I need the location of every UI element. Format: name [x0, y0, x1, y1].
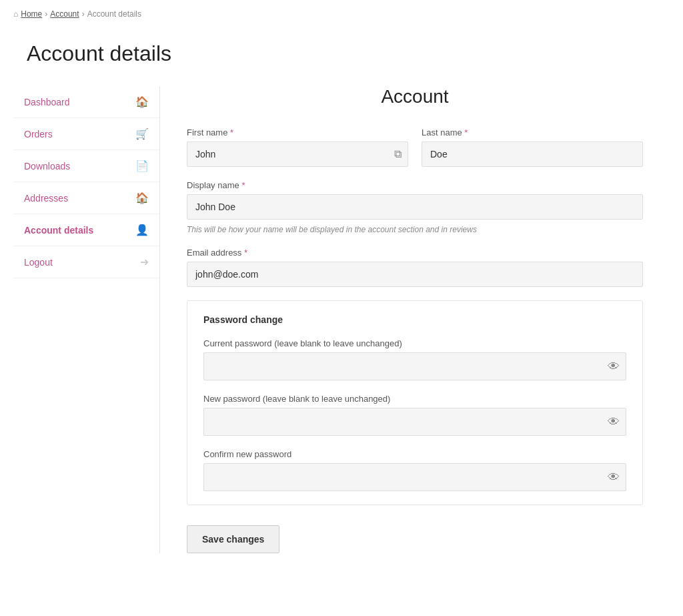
- breadcrumb-account-link[interactable]: Account: [50, 9, 79, 19]
- first-name-input[interactable]: [187, 141, 408, 167]
- sidebar-item-orders[interactable]: Orders 🛒: [13, 118, 159, 150]
- new-password-input-wrap: 👁: [203, 408, 626, 436]
- current-password-eye-icon[interactable]: 👁: [608, 360, 620, 374]
- home-icon: ⌂: [13, 9, 18, 19]
- last-name-input-wrapper: [422, 141, 643, 167]
- last-name-group: Last name *: [422, 127, 643, 167]
- addresses-icon: 🏠: [135, 192, 149, 204]
- confirm-password-label: Confirm new password: [203, 449, 626, 459]
- first-name-label: First name *: [187, 127, 408, 137]
- sidebar-item-account-details-label: Account details: [24, 225, 93, 236]
- main-layout: Dashboard 🏠 Orders 🛒 Downloads 📄 Address…: [0, 86, 683, 580]
- first-name-required: *: [230, 127, 233, 137]
- orders-icon: 🛒: [135, 127, 149, 140]
- sidebar-item-account-details[interactable]: Account details 👤: [13, 214, 159, 246]
- current-password-group: Current password (leave blank to leave u…: [203, 338, 626, 380]
- page-title: Account details: [0, 28, 683, 86]
- section-title: Account: [187, 86, 643, 107]
- last-name-input[interactable]: [422, 141, 643, 167]
- new-password-input[interactable]: [203, 408, 626, 436]
- display-name-group: Display name * This will be how your nam…: [187, 180, 643, 234]
- confirm-password-eye-icon[interactable]: 👁: [608, 471, 620, 485]
- save-changes-button[interactable]: Save changes: [187, 525, 279, 553]
- current-password-input-wrap: 👁: [203, 352, 626, 380]
- sidebar-item-addresses-label: Addresses: [24, 193, 68, 204]
- name-row: First name * ⧉ Last name *: [187, 127, 643, 167]
- sidebar-item-downloads[interactable]: Downloads 📄: [13, 150, 159, 182]
- sidebar-item-logout-label: Logout: [24, 257, 53, 268]
- email-group: Email address *: [187, 248, 643, 287]
- sidebar-item-logout[interactable]: Logout ➜: [13, 246, 159, 278]
- display-name-hint: This will be how your name will be displ…: [187, 225, 643, 234]
- dashboard-icon: 🏠: [135, 95, 149, 108]
- breadcrumb-sep1: ›: [45, 9, 47, 19]
- current-password-input[interactable]: [203, 352, 626, 380]
- sidebar-item-downloads-label: Downloads: [24, 161, 70, 172]
- email-input[interactable]: [187, 262, 643, 287]
- display-name-input[interactable]: [187, 194, 643, 220]
- confirm-password-group: Confirm new password 👁: [203, 449, 626, 491]
- sidebar-item-dashboard-label: Dashboard: [24, 97, 70, 107]
- logout-icon: ➜: [140, 256, 149, 268]
- last-name-required: *: [464, 127, 468, 137]
- first-name-input-wrapper: ⧉: [187, 141, 408, 167]
- last-name-label: Last name *: [422, 127, 643, 137]
- email-row: Email address *: [187, 248, 643, 287]
- confirm-password-input[interactable]: [203, 463, 626, 491]
- downloads-icon: 📄: [135, 160, 149, 172]
- display-name-row: Display name * This will be how your nam…: [187, 180, 643, 234]
- copy-icon[interactable]: ⧉: [394, 148, 402, 160]
- breadcrumb-current: Account details: [87, 9, 141, 19]
- breadcrumb-home-link[interactable]: Home: [21, 9, 42, 19]
- confirm-password-input-wrap: 👁: [203, 463, 626, 491]
- email-label: Email address *: [187, 248, 643, 258]
- account-details-icon: 👤: [135, 224, 149, 236]
- sidebar-item-orders-label: Orders: [24, 129, 53, 139]
- sidebar-item-addresses[interactable]: Addresses 🏠: [13, 182, 159, 214]
- password-section-title: Password change: [203, 314, 626, 325]
- breadcrumb: ⌂ Home › Account › Account details: [0, 0, 683, 28]
- sidebar: Dashboard 🏠 Orders 🛒 Downloads 📄 Address…: [13, 86, 160, 553]
- email-required: *: [244, 248, 247, 258]
- display-name-label: Display name *: [187, 180, 643, 190]
- main-content: Account First name * ⧉ Last name *: [160, 86, 670, 553]
- first-name-group: First name * ⧉: [187, 127, 408, 167]
- current-password-label: Current password (leave blank to leave u…: [203, 338, 626, 348]
- password-section: Password change Current password (leave …: [187, 300, 643, 505]
- breadcrumb-sep2: ›: [82, 9, 85, 19]
- display-name-required: *: [241, 180, 245, 190]
- new-password-label: New password (leave blank to leave uncha…: [203, 394, 626, 404]
- sidebar-item-dashboard[interactable]: Dashboard 🏠: [13, 86, 159, 118]
- new-password-group: New password (leave blank to leave uncha…: [203, 394, 626, 436]
- new-password-eye-icon[interactable]: 👁: [608, 415, 620, 429]
